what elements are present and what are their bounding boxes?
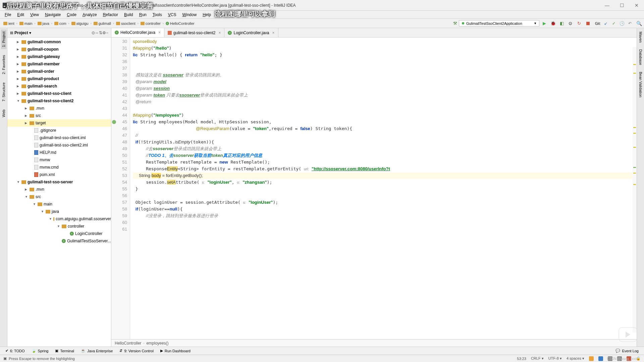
tree-node[interactable]: ▼controller [7,223,111,230]
bottom-tab[interactable]: ☕Java Enterprise [77,349,116,353]
profile-button[interactable]: ⊙ [567,20,574,27]
tree-node[interactable]: ▶gulimall-coupon [7,46,111,53]
tree-node[interactable]: ▶gulimall-gateway [7,53,111,60]
menu-navigate[interactable]: Navigate [42,12,63,18]
git-commit-icon[interactable]: ✓ [611,21,617,26]
tab-close-icon[interactable]: × [158,30,161,35]
project-header-arrow[interactable]: ▤ [10,31,13,35]
menu-file[interactable]: File [2,12,14,18]
project-header-label[interactable]: Project ▾ [14,31,92,35]
left-tab[interactable]: 1: Project [1,29,6,49]
bottom-tab[interactable]: ✔6: TODO [2,349,28,353]
tree-node[interactable]: mvnw [7,156,111,164]
tree-node[interactable]: mvnw.cmd [7,164,111,171]
code-breadcrumb[interactable]: HelloController › employees() [111,339,644,347]
breadcrumb-item[interactable]: controller [139,21,162,26]
left-tab[interactable]: Web [1,108,6,119]
breadcrumb-item[interactable]: java [36,21,51,26]
git-revert-icon[interactable]: ↶ [627,21,633,26]
editor-tab[interactable]: cLoginController.java× [224,28,278,37]
tree-node[interactable]: cGulimallTestSsoServer... [7,237,111,245]
tree-node[interactable]: gulimall-test-sso-client.iml [7,134,111,141]
menu-analyze[interactable]: Analyze [80,12,100,18]
bottom-tab[interactable]: ▶Run Dashboard [157,349,194,353]
coverage-button[interactable]: ◧ [558,20,566,27]
tree-node[interactable]: ▶gulimall-order [7,68,111,75]
close-button[interactable]: ✕ [632,3,641,8]
tree-node[interactable]: ▼src [7,193,111,200]
tree-node[interactable]: ▶gulimall-test-sso-client [7,90,111,97]
menu-build[interactable]: Build [121,12,136,18]
status-item[interactable]: CRLF ▾ [531,356,544,361]
run-config-select[interactable]: GulimallTestSsoClient2Application ▾ [459,20,539,26]
menu-view[interactable]: View [28,12,42,18]
search-icon[interactable]: 🔍 [636,21,642,26]
tree-node[interactable]: gulimall-test-sso-client2.iml [7,141,111,149]
tree-node[interactable]: ▶src [7,112,111,119]
left-tab[interactable]: 7: Structure [1,80,6,104]
breadcrumb-item[interactable]: atguigu [70,21,90,26]
tree-node[interactable]: ▼com.atguigu.gulimall.ssoserver [7,215,111,223]
left-tab[interactable]: 2: Favorites [1,53,6,76]
rerun-button[interactable]: ↻ [576,20,583,27]
event-log-button[interactable]: 💬Event Log [612,349,642,353]
tree-node[interactable]: .gitignore [7,127,111,134]
project-header-button[interactable]: ⊙ [92,31,95,35]
tree-node[interactable]: ▶gulimall-common [7,38,111,46]
bottom-tab[interactable]: ▣Terminal [52,349,77,353]
breadcrumb-item[interactable]: ient [2,21,16,26]
tree-node[interactable]: ▼main [7,200,111,208]
tree-node[interactable]: cLoginController [7,230,111,237]
status-indicator[interactable] [598,356,603,361]
status-indicator[interactable] [589,356,594,361]
git-history-icon[interactable]: 🕓 [619,21,625,26]
maximize-button[interactable]: ☐ [617,3,627,8]
tree-node[interactable]: ▶.mvn [7,186,111,193]
menu-refactor[interactable]: Refactor [100,12,121,18]
minimize-button[interactable]: — [602,3,612,8]
tree-node[interactable]: pom.xml [7,171,111,178]
editor-tab[interactable]: cHelloController.java× [111,28,164,37]
breadcrumb-item[interactable]: ssoclient [115,21,137,26]
bottom-tab[interactable]: ⇵9: Version Control [116,349,157,353]
tree-node[interactable]: ▶target [7,119,111,127]
code-editor[interactable]: sponseBody tMapping("/hello") lic String… [130,38,644,339]
menu-code[interactable]: Code [64,12,79,18]
status-item[interactable]: 4 spaces ▾ [567,356,584,361]
debug-button[interactable]: 🐞 [549,20,557,27]
git-update-icon[interactable]: ↙ [603,21,609,26]
tree-node[interactable]: ▶gulimall-search [7,82,111,90]
menu-window[interactable]: Window [179,12,199,18]
tree-node[interactable]: ▶.mvn [7,105,111,112]
breadcrumb-item[interactable]: main [18,21,34,26]
right-tab[interactable]: Bean Validation [638,70,643,99]
menu-edit[interactable]: Edit [14,12,27,18]
project-header-button[interactable]: ⚙ [102,31,106,35]
breadcrumb-item[interactable]: com [53,21,68,26]
tab-close-icon[interactable]: × [218,31,221,35]
tree-node[interactable]: ▶gulimall-member [7,60,111,68]
status-item[interactable]: UTF-8 ▾ [548,356,562,361]
menu-help[interactable]: Help [200,12,214,18]
stop-button[interactable] [584,20,592,27]
crumb-class[interactable]: HelloController [115,341,141,346]
right-tab[interactable]: Database [638,47,643,67]
right-tab[interactable]: Maven [638,29,643,45]
project-header-button[interactable]: ↔ [95,31,99,35]
breadcrumb-class[interactable]: cHelloController [164,21,196,26]
crumb-method[interactable]: employees() [146,341,168,346]
project-header-button[interactable]: − [106,31,108,35]
editor-tab[interactable]: gulimall-test-sso-client2× [164,28,224,37]
tree-node[interactable]: ▼java [7,208,111,215]
project-tree[interactable]: ▶gulimall-common▶gulimall-coupon▶gulimal… [7,38,111,347]
tree-node[interactable]: ▼gulimall-test-sso-server [7,178,111,186]
status-item[interactable]: 53:23 [517,357,526,361]
run-button[interactable]: ▶ [541,20,548,27]
menu-vcs[interactable]: VCS [165,12,179,18]
breadcrumb-item[interactable]: gulimall [92,21,112,26]
error-stripe[interactable] [633,47,637,333]
build-icon[interactable]: ⚒ [451,20,459,27]
tree-node[interactable]: ▶gulimall-product [7,75,111,82]
menu-tools[interactable]: Tools [150,12,165,18]
bottom-tab[interactable]: 🍃Spring [28,349,52,353]
